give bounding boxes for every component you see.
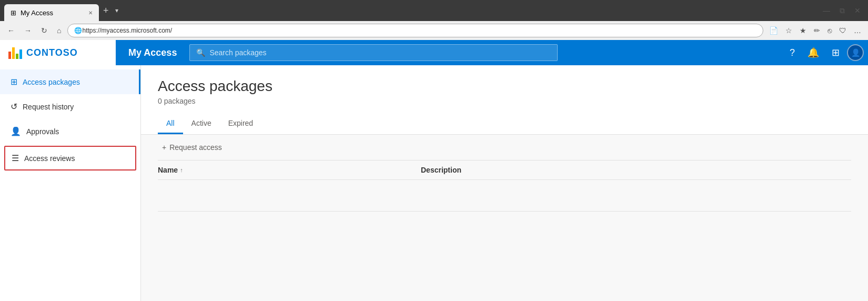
- network-button[interactable]: ⊞: [826, 44, 845, 62]
- close-button[interactable]: ✕: [851, 4, 864, 17]
- sidebar-item-access-packages[interactable]: ⊞ Access packages: [0, 69, 140, 94]
- url-text: https://myaccess.microsoft.com/: [82, 27, 172, 34]
- column-description-label: Description: [421, 166, 461, 174]
- package-count: 0 packages: [158, 97, 851, 105]
- address-bar[interactable]: 🌐 https://myaccess.microsoft.com/: [67, 24, 763, 37]
- request-history-icon: ↺: [11, 102, 17, 112]
- notification-button[interactable]: 🔔: [802, 44, 824, 62]
- bookmark-button[interactable]: ☆: [783, 24, 795, 37]
- table-body: [158, 180, 851, 212]
- sidebar-item-label-request-history: Request history: [23, 103, 74, 111]
- help-button[interactable]: ?: [784, 44, 800, 62]
- refresh-button[interactable]: ↻: [38, 24, 51, 37]
- contoso-logo-icon: [8, 46, 22, 59]
- share-button[interactable]: ⎋: [825, 24, 834, 37]
- tab-dropdown-button[interactable]: ▾: [113, 7, 120, 14]
- sidebar-item-access-reviews[interactable]: ☰ Access reviews: [4, 146, 136, 170]
- tab-all[interactable]: All: [158, 114, 183, 134]
- table-header: Name ↑ Description: [158, 160, 851, 180]
- sidebar-item-label-access-reviews: Access reviews: [24, 154, 75, 163]
- sidebar-item-request-history[interactable]: ↺ Request history: [0, 94, 140, 119]
- logo-text: CONTOSO: [26, 47, 78, 58]
- tab-active[interactable]: Active: [183, 114, 220, 134]
- app-header: CONTOSO My Access 🔍 ? 🔔 ⊞ 👤: [0, 40, 868, 65]
- sidebar: ⊞ Access packages ↺ Request history 👤 Ap…: [0, 65, 141, 301]
- plus-icon: +: [162, 143, 166, 152]
- search-input[interactable]: [209, 48, 551, 57]
- app-title: My Access: [116, 47, 189, 58]
- sidebar-item-label-access-packages: Access packages: [23, 78, 80, 86]
- table-toolbar: + Request access: [158, 135, 851, 160]
- sidebar-item-approvals[interactable]: 👤 Approvals: [0, 119, 140, 144]
- column-name: Name ↑: [158, 166, 421, 174]
- browser-chrome: ⊞ My Access ✕ + ▾ — ⧉ ✕: [0, 0, 868, 21]
- pen-button[interactable]: ✏: [811, 24, 823, 37]
- user-avatar-button[interactable]: 👤: [847, 44, 864, 61]
- tab-bar: All Active Expired: [158, 114, 851, 134]
- browser-actions: 📄 ☆ ★ ✏ ⎋ 🛡 …: [766, 24, 864, 37]
- active-tab[interactable]: ⊞ My Access ✕: [4, 4, 99, 21]
- browser-toolbar: ← → ↻ ⌂ 🌐 https://myaccess.microsoft.com…: [0, 21, 868, 40]
- page-header: Access packages 0 packages All Active Ex…: [141, 65, 868, 135]
- home-button[interactable]: ⌂: [54, 24, 64, 37]
- request-access-button[interactable]: + Request access: [158, 141, 226, 154]
- tab-title: My Access: [21, 9, 53, 17]
- reader-view-button[interactable]: 📄: [766, 24, 781, 37]
- search-bar[interactable]: 🔍: [189, 44, 558, 61]
- shield-button[interactable]: 🛡: [836, 24, 849, 37]
- back-button[interactable]: ←: [4, 24, 18, 37]
- column-name-label: Name: [158, 166, 178, 174]
- app-body: ⊞ Access packages ↺ Request history 👤 Ap…: [0, 65, 868, 301]
- new-tab-button[interactable]: +: [99, 5, 113, 16]
- access-packages-icon: ⊞: [11, 77, 17, 87]
- sort-icon[interactable]: ↑: [180, 167, 183, 173]
- forward-button[interactable]: →: [21, 24, 35, 37]
- access-reviews-icon: ☰: [12, 153, 19, 163]
- tab-close-button[interactable]: ✕: [88, 10, 93, 16]
- column-description: Description: [421, 166, 851, 174]
- page-title: Access packages: [158, 78, 851, 95]
- more-button[interactable]: …: [851, 24, 864, 37]
- browser-tabs: ⊞ My Access ✕ + ▾: [4, 0, 120, 21]
- header-actions: ? 🔔 ⊞ 👤: [784, 44, 868, 62]
- request-access-label: Request access: [169, 143, 222, 152]
- approvals-icon: 👤: [11, 126, 21, 136]
- tab-favicon: ⊞: [11, 9, 16, 17]
- tab-expired[interactable]: Expired: [220, 114, 261, 134]
- table-area: + Request access Name ↑ Description: [141, 135, 868, 212]
- minimize-button[interactable]: —: [820, 4, 833, 17]
- search-icon: 🔍: [196, 48, 205, 57]
- main-content: Access packages 0 packages All Active Ex…: [141, 65, 868, 301]
- logo-area: CONTOSO: [0, 40, 116, 65]
- favorites-button[interactable]: ★: [797, 24, 809, 37]
- restore-button[interactable]: ⧉: [836, 4, 848, 17]
- url-icon: 🌐: [74, 27, 82, 34]
- sidebar-item-label-approvals: Approvals: [26, 127, 59, 136]
